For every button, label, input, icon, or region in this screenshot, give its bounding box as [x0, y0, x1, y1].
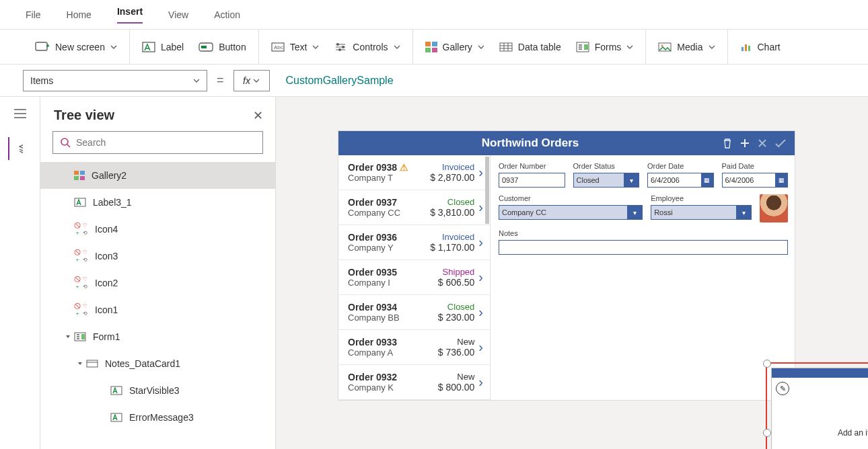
plus-icon[interactable] — [739, 138, 750, 149]
chart-button[interactable]: Chart — [740, 42, 781, 52]
node-icon — [86, 360, 98, 368]
gallery-btn-label: Gallery — [443, 42, 472, 52]
notes-input[interactable] — [499, 240, 788, 255]
design-canvas[interactable]: Northwind Orders Order 0938 ⚠Company TIn… — [276, 97, 868, 449]
order-company: Company Y — [348, 243, 430, 253]
layers-icon — [19, 143, 23, 154]
order-status: Closed — [438, 302, 475, 312]
chevron-down-icon: ▾ — [736, 206, 751, 219]
node-label: Label3_1 — [93, 197, 132, 208]
app-titlebar: Northwind Orders — [338, 131, 795, 155]
new-screen-icon — [35, 42, 50, 52]
forms-button[interactable]: Forms — [576, 42, 634, 52]
order-row[interactable]: Order 0934Company BBClosed$ 230.00› — [338, 295, 490, 330]
order-company: Company K — [348, 382, 438, 393]
property-dropdown[interactable]: Items — [23, 70, 207, 91]
order-row[interactable]: Order 0937Company CCClosed$ 3,810.00› — [338, 190, 490, 225]
tree-node-starvisible3[interactable]: StarVisible3 — [40, 377, 275, 404]
tab-action[interactable]: Action — [214, 9, 240, 20]
lbl-customer: Customer — [499, 194, 643, 202]
chevron-right-icon[interactable]: › — [478, 235, 483, 250]
svg-rect-0 — [36, 42, 47, 50]
order-row[interactable]: Order 0933Company ANew$ 736.00› — [338, 330, 490, 365]
tree-node-icon2[interactable]: 🚫♡＋⟲Icon2 — [40, 270, 275, 296]
node-icon: 🚫♡＋⟲ — [74, 222, 88, 237]
order-row[interactable]: Order 0932Company KNew$ 800.00› — [338, 365, 490, 400]
datatable-button[interactable]: Data table — [499, 42, 561, 52]
controls-button[interactable]: Controls — [334, 42, 400, 52]
formula-bar: Items = fx CustomGallerySample — [0, 65, 868, 97]
chevron-right-icon[interactable]: › — [478, 304, 483, 320]
tree-nodes: Gallery2Label3_1🚫♡＋⟲Icon4🚫♡＋⟲Icon3🚫♡＋⟲Ic… — [40, 162, 275, 449]
order-row[interactable]: Order 0936Company YInvoiced$ 1,170.00› — [338, 225, 490, 260]
tree-search[interactable] — [52, 131, 263, 154]
svg-rect-22 — [74, 171, 79, 175]
customer-combo[interactable]: Company CC▾ — [499, 205, 643, 220]
scrollbar[interactable] — [485, 157, 489, 224]
gallery2-control[interactable]: ✎ Add an item from the Insert tab or con… — [771, 368, 868, 449]
tree-node-icon3[interactable]: 🚫♡＋⟲Icon3 — [40, 243, 275, 270]
chevron-down-icon — [626, 44, 633, 50]
node-label: Icon2 — [95, 278, 118, 288]
chevron-right-icon[interactable]: › — [478, 165, 483, 180]
chevron-right-icon[interactable]: › — [478, 200, 483, 215]
lbl-employee: Employee — [651, 194, 752, 202]
chevron-down-icon — [394, 44, 400, 50]
svg-rect-28 — [81, 334, 85, 339]
order-status: Invoiced — [430, 162, 474, 172]
order-list[interactable]: Order 0938 ⚠Company TInvoiced$ 2,870.00›… — [338, 155, 491, 400]
tree-node-notes_datacard1[interactable]: Notes_DataCard1 — [40, 350, 275, 377]
media-btn-label: Media — [677, 42, 702, 52]
tree-view-rail-button[interactable] — [8, 137, 23, 160]
chevron-right-icon[interactable]: › — [478, 339, 483, 355]
tree-node-label3_1[interactable]: Label3_1 — [40, 189, 275, 216]
svg-point-7 — [342, 46, 345, 48]
paid-date-picker[interactable]: 6/4/2006▦ — [722, 173, 789, 188]
gallery-button[interactable]: Gallery — [425, 42, 484, 52]
check-icon[interactable] — [774, 138, 787, 149]
order-id: Order 0932 — [348, 372, 438, 382]
text-button[interactable]: Abc Text — [271, 42, 320, 52]
node-icon — [74, 332, 86, 341]
tree-node-errormessage3[interactable]: ErrorMessage3 — [40, 404, 275, 431]
formula-input[interactable]: CustomGallerySample — [279, 75, 868, 87]
order-amount: $ 736.00 — [438, 347, 475, 358]
tree-node-gallery2[interactable]: Gallery2 — [40, 162, 275, 189]
chevron-right-icon[interactable]: › — [478, 270, 483, 285]
employee-combo[interactable]: Rossi▾ — [651, 205, 752, 220]
new-screen-button[interactable]: New screen — [35, 42, 117, 52]
order-number-input[interactable]: 0937 — [499, 173, 565, 188]
tab-home[interactable]: Home — [67, 9, 92, 20]
tree-node-icon4[interactable]: 🚫♡＋⟲Icon4 — [40, 216, 275, 243]
media-button[interactable]: Media — [658, 42, 715, 52]
chevron-right-icon[interactable]: › — [478, 374, 483, 390]
order-row[interactable]: Order 0935Company IShipped$ 606.50› — [338, 260, 490, 295]
resize-handle[interactable] — [763, 360, 771, 368]
order-status-combo[interactable]: Closed▾ — [573, 173, 640, 188]
tree-node-form1[interactable]: Form1 — [40, 323, 275, 350]
datatable-icon — [499, 42, 513, 52]
resize-handle[interactable] — [763, 429, 771, 437]
tree-node-icon1[interactable]: 🚫♡＋⟲Icon1 — [40, 296, 275, 323]
order-date-picker[interactable]: 6/4/2006▦ — [647, 173, 714, 188]
close-icon[interactable]: ✕ — [253, 108, 263, 123]
fx-button[interactable]: fx — [233, 70, 270, 91]
tab-insert[interactable]: Insert — [117, 6, 143, 24]
svg-point-8 — [338, 48, 341, 51]
label-button[interactable]: Label — [142, 42, 184, 52]
order-company: Company CC — [348, 208, 430, 218]
button-button[interactable]: Button — [198, 42, 246, 52]
node-label: Icon1 — [95, 304, 118, 315]
tree-search-input[interactable] — [76, 137, 256, 148]
chevron-down-icon — [193, 77, 200, 84]
order-row[interactable]: Order 0938 ⚠Company TInvoiced$ 2,870.00› — [338, 155, 490, 190]
order-amount: $ 2,870.00 — [430, 172, 474, 183]
cancel-icon[interactable] — [757, 138, 768, 149]
tab-view[interactable]: View — [168, 9, 188, 20]
ribbon: New screen Label Button Abc Text Control… — [0, 30, 868, 65]
node-label: Icon3 — [95, 251, 118, 261]
tab-file[interactable]: File — [26, 9, 41, 20]
svg-rect-29 — [87, 360, 98, 367]
trash-icon[interactable] — [722, 138, 733, 149]
hamburger-icon[interactable] — [14, 109, 26, 118]
